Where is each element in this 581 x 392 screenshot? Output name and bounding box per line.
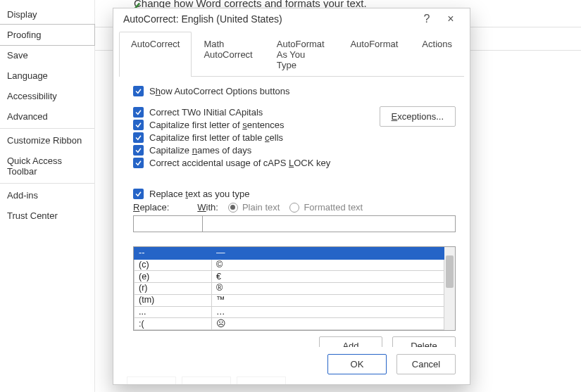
with-input[interactable]: [202, 215, 456, 232]
label-with: With:: [197, 202, 218, 213]
close-button[interactable]: ×: [439, 13, 463, 25]
sidebar-item-advanced[interactable]: Advanced: [0, 106, 94, 127]
radio-icon: [289, 203, 299, 213]
background-shadow-controls: [127, 377, 423, 388]
replace-input[interactable]: [133, 215, 202, 232]
delete-button[interactable]: Delete: [392, 336, 456, 347]
sidebar-separator: [0, 183, 94, 184]
table-row[interactable]: --—: [135, 248, 444, 260]
dialog-titlebar: AutoCorrect: English (United States) ? ×: [113, 8, 470, 30]
sidebar-item-language[interactable]: Language: [0, 65, 94, 86]
dialog-body: Show AutoCorrect Options buttons Correct…: [113, 77, 470, 347]
autocorrect-dialog: AutoCorrect: English (United States) ? ×…: [113, 8, 470, 385]
sidebar-item-quick-access-toolbar[interactable]: Quick Access Toolbar: [0, 151, 94, 182]
sidebar-item-proofing[interactable]: Proofing: [0, 24, 95, 46]
table-row[interactable]: :(☹: [135, 318, 444, 330]
sidebar-separator: [0, 128, 94, 129]
checkbox-caps-lock[interactable]: [133, 158, 144, 168]
checkbox-names-of-days[interactable]: [133, 145, 144, 156]
radio-plain-text[interactable]: Plain text: [228, 202, 280, 213]
table-row[interactable]: (r)®: [135, 283, 444, 295]
checkbox-first-letter-sentence[interactable]: [133, 120, 144, 130]
label-replace-as-you-type: Replace text as you type: [149, 189, 249, 199]
table-row[interactable]: ...…: [135, 306, 444, 318]
label-first-letter-cell: Capitalize first letter of table cells: [149, 132, 283, 143]
tab-autoformat-as-you-type[interactable]: AutoFormat As You Type: [265, 32, 339, 77]
label-caps-lock: Correct accidental usage of cAPS LOCK ke…: [149, 158, 330, 168]
tab-autocorrect[interactable]: AutoCorrect: [119, 32, 192, 77]
checkbox-show-options[interactable]: [133, 86, 144, 96]
ok-button[interactable]: OK: [327, 354, 387, 374]
tab-autoformat[interactable]: AutoFormat: [338, 32, 410, 77]
table-row[interactable]: (e)€: [135, 271, 444, 283]
cancel-button[interactable]: Cancel: [396, 354, 456, 374]
label-names-of-days: Capitalize names of days: [149, 145, 251, 156]
sidebar-item-customize-ribbon[interactable]: Customize Ribbon: [0, 130, 94, 151]
sidebar-item-display[interactable]: Display: [0, 4, 94, 25]
sidebar-item-save[interactable]: Save: [0, 45, 94, 65]
checkbox-two-initial-caps[interactable]: [133, 107, 144, 118]
label-two-initial-caps: Correct TWo INitial CApitals: [149, 107, 263, 118]
dialog-title: AutoCorrect: English (United States): [123, 13, 415, 25]
scrollbar-thumb[interactable]: [446, 255, 454, 288]
label-show-options: Show AutoCorrect Options buttons: [149, 86, 289, 96]
options-sidebar: Display Proofing Save Language Accessibi…: [0, 0, 95, 392]
autocorrect-table: --— (c)© (e)€ (r)® (tm)™ ...… :(☹: [133, 246, 456, 331]
exceptions-button[interactable]: Exceptions...: [380, 106, 456, 127]
radio-formatted-text[interactable]: Formatted text: [289, 202, 363, 213]
sidebar-item-add-ins[interactable]: Add-ins: [0, 185, 94, 206]
table-row[interactable]: (tm)™: [135, 294, 444, 306]
dialog-tabstrip: AutoCorrect Math AutoCorrect AutoFormat …: [119, 31, 464, 77]
tab-actions[interactable]: Actions: [410, 32, 464, 77]
checkbox-replace-as-you-type[interactable]: [133, 189, 144, 199]
table-row[interactable]: (c)©: [135, 259, 444, 271]
sidebar-item-accessibility[interactable]: Accessibility: [0, 86, 94, 106]
table-scrollbar[interactable]: [444, 247, 455, 330]
help-button[interactable]: ?: [415, 13, 439, 25]
add-button[interactable]: Add: [319, 336, 382, 347]
label-replace: Replace:: [133, 202, 169, 213]
sidebar-item-trust-center[interactable]: Trust Center: [0, 206, 94, 226]
checkbox-first-letter-cell[interactable]: [133, 132, 144, 143]
radio-icon: [228, 203, 238, 213]
label-first-letter-sentence: Capitalize first letter of sentences: [149, 120, 284, 130]
tab-math-autocorrect[interactable]: Math AutoCorrect: [192, 32, 264, 77]
